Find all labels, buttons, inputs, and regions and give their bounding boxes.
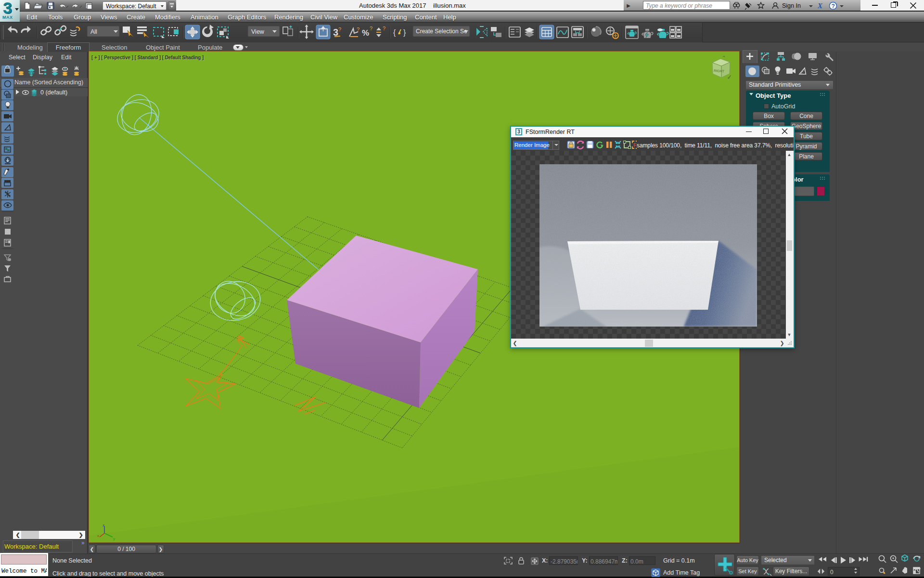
svg-text:?: ? <box>383 26 385 31</box>
svg-text:?: ? <box>338 26 341 32</box>
svg-text:%: % <box>362 28 369 38</box>
svg-text:?: ? <box>370 26 372 31</box>
svg-text:?: ? <box>357 26 359 32</box>
svg-text:All: All <box>90 28 97 35</box>
svg-text:?: ? <box>832 3 835 10</box>
svg-text:y: y <box>113 537 115 541</box>
svg-text:Sign In: Sign In <box>782 2 801 9</box>
svg-text:x: x <box>97 534 99 538</box>
svg-text:View: View <box>251 28 265 35</box>
svg-text:F: F <box>633 142 637 148</box>
svg-text:z: z <box>103 523 104 527</box>
svg-text:}: } <box>403 28 406 37</box>
svg-text:{: { <box>393 28 396 37</box>
svg-text:Create Selection Se: Create Selection Se <box>416 28 467 35</box>
svg-text:X: X <box>817 2 823 10</box>
